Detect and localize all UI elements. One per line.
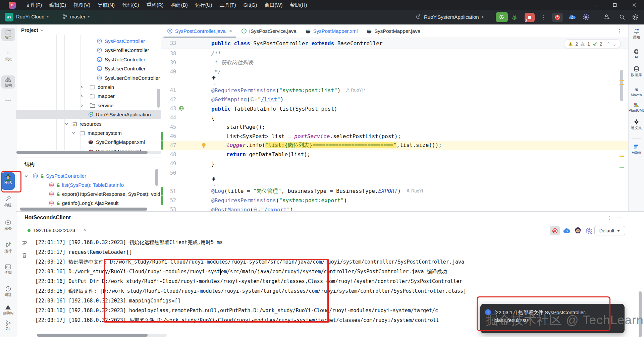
code-line[interactable]: 50 [161, 168, 628, 177]
close-tab-icon[interactable]: ✕ [229, 29, 232, 34]
sidebar-item-terminal[interactable]: 终端 [0, 264, 16, 275]
project-panel-header[interactable]: Project [21, 27, 44, 33]
kebab-icon[interactable]: ⋮ [617, 28, 622, 34]
structure-vscroll-thumb[interactable] [155, 169, 158, 186]
settings-icon[interactable] [632, 14, 639, 20]
menu-item[interactable]: 重构(R) [143, 0, 167, 10]
code-line[interactable]: 42@GetMapping(⌄"/list") [161, 95, 628, 104]
hotseconds-power-icon[interactable] [552, 13, 563, 22]
project-tree-item[interactable]: CSysUserOnlineController [16, 73, 161, 82]
maximize-icon[interactable] [605, 0, 625, 10]
project-tree-item[interactable]: RuoYiSystemApplication [16, 110, 161, 119]
editor-tab[interactable]: SysPostMapper.xml [301, 24, 362, 38]
project-tree-item[interactable]: SysConfigMapper.xml [16, 137, 161, 147]
code-line[interactable]: 41@RequiresPermissions("system:post:list… [161, 86, 628, 95]
menu-item[interactable]: 构建(B) [167, 0, 192, 10]
project-tree-item[interactable]: mapper [16, 92, 161, 101]
cloud-sync-icon[interactable] [568, 14, 576, 20]
menu-item[interactable]: 帮助(H) [286, 0, 311, 10]
code-line[interactable]: 53@PostMapping(⌄"/export") [161, 205, 628, 211]
code-line[interactable]: 47logger.info("list:{岗位列表}==============… [161, 141, 628, 150]
menu-item[interactable]: 视图(V) [70, 0, 94, 10]
code-line[interactable]: 46List<SysPost> list = postService.selec… [161, 132, 628, 141]
project-tree-item[interactable]: CSysPostController [16, 37, 161, 46]
url-inlay-icon[interactable]: ⌄ [250, 97, 257, 101]
cloud-sync-icon[interactable] [562, 227, 571, 234]
minimize-panel-icon[interactable] [617, 217, 622, 219]
menu-item[interactable]: 编辑(E) [46, 0, 70, 10]
kebab-icon[interactable]: ⋮ [541, 14, 546, 20]
url-inlay-icon[interactable]: ⌄ [253, 207, 260, 211]
code-line[interactable]: 44{ [161, 113, 628, 122]
project-tree-item[interactable]: service [16, 101, 161, 110]
close-tab-icon[interactable]: ✕ [83, 227, 87, 232]
right-stripe-fitten[interactable]: Fitten [629, 144, 644, 155]
code-line[interactable]: 48return getDataTable(list); [161, 150, 628, 159]
structure-item[interactable]: mexport(HttpServletResponse, SysPost): v… [16, 189, 161, 199]
code-line[interactable]: 45startPage(); [161, 122, 628, 131]
ai-assistant-icon[interactable]: ⌄ [211, 177, 216, 188]
inspections-widget[interactable]: 2 1 2 ⌃ ⌄ [564, 39, 621, 48]
chevron-right-icon[interactable] [79, 104, 84, 108]
chevron-down-icon[interactable] [71, 131, 75, 135]
sidebar-item-problems[interactable]: 问题 [0, 286, 16, 297]
hot-power-toggle[interactable] [550, 226, 560, 235]
menu-item[interactable]: 代码(C) [118, 0, 143, 10]
search-icon[interactable] [619, 14, 625, 20]
menu-item[interactable]: 窗口(W) [261, 0, 286, 10]
ide-logo-icon[interactable]: IJ [9, 2, 16, 9]
sidebar-item-project[interactable]: 项目 [1, 28, 15, 41]
chevron-right-icon[interactable] [79, 85, 84, 89]
ai-hint-row[interactable]: ⌄ [161, 76, 628, 86]
console-hscroll-thumb[interactable] [37, 334, 148, 337]
project-hscroll-thumb[interactable] [16, 151, 148, 154]
code-line[interactable]: 51@Log(title = "岗位管理", businessType = Bu… [161, 187, 628, 196]
intention-bulb-icon[interactable] [201, 143, 206, 148]
code-line[interactable]: 49} [161, 159, 628, 168]
project-tree-item[interactable]: CSysRoleController [16, 55, 161, 64]
structure-item[interactable]: CSysPostController [16, 171, 161, 180]
code-line[interactable]: 39 * 获取岗位列表 [161, 58, 628, 67]
structure-hscroll-thumb[interactable] [20, 208, 147, 211]
sticky-line[interactable]: 33 public class SysPostController extend… [161, 38, 628, 49]
close-icon[interactable] [625, 0, 644, 10]
structure-item[interactable]: mgetInfo(Long): AjaxResult [16, 199, 161, 208]
project-avatar[interactable]: RY [5, 13, 13, 21]
menu-item[interactable]: 工具(T) [216, 0, 239, 10]
project-tree-item[interactable]: CSysProfileController [16, 46, 161, 55]
code-line[interactable]: 40 */ [161, 67, 628, 76]
stop-icon[interactable]: 3 [525, 13, 535, 22]
project-tree-item[interactable]: domain [16, 82, 161, 92]
profile-dropdown[interactable]: Default [594, 226, 625, 235]
debug-icon[interactable] [511, 14, 518, 20]
right-stripe-maven[interactable]: mMaven [629, 87, 644, 98]
code-line[interactable]: 52@RequiresPermissions("system:post:expo… [161, 196, 628, 205]
code-line[interactable]: 43public TableDataInfo list(SysPost post… [161, 104, 628, 113]
editor-tab[interactable]: IISysPostService.java [237, 24, 301, 38]
right-stripe-database[interactable]: 数据库 [629, 66, 644, 77]
gear-purple-icon[interactable] [582, 13, 590, 21]
sidebar-item-more[interactable] [0, 100, 16, 102]
structure-panel-header[interactable]: 结构 [24, 161, 35, 168]
sidebar-item-services[interactable]: 服务 [0, 220, 16, 231]
run-config-selector[interactable]: RuoYiSystemApplication ▾ [415, 14, 483, 20]
menu-item[interactable]: 文件(F) [22, 0, 46, 10]
editor-scrollbar[interactable] [620, 49, 624, 211]
project-vscroll-thumb[interactable] [157, 89, 160, 108]
avatar-icon[interactable] [574, 227, 582, 235]
sidebar-item-run[interactable]: 运行 [0, 242, 16, 253]
gear-purple-icon[interactable] [585, 227, 593, 234]
trash-icon[interactable] [21, 252, 28, 258]
ai-hint-row[interactable]: ⌄ [161, 177, 628, 186]
menu-item[interactable]: Git(G) [240, 0, 261, 10]
sidebar-item-structure[interactable]: 结构 [1, 75, 15, 89]
author-inlay[interactable]: RuoYi [406, 188, 423, 193]
prev-error-icon[interactable]: ⌃ [606, 41, 610, 47]
code-line[interactable]: 38/** [161, 49, 628, 58]
rerun-button[interactable] [496, 12, 508, 22]
chevron-down-icon[interactable] [64, 122, 68, 126]
editor-tab[interactable]: SysPostMapper.java [362, 24, 425, 38]
structure-item[interactable]: mlist(SysPost): TableDataInfo [16, 180, 161, 189]
sidebar-item-git[interactable]: Git [0, 320, 16, 331]
right-stripe-ai[interactable]: AI [629, 49, 644, 60]
